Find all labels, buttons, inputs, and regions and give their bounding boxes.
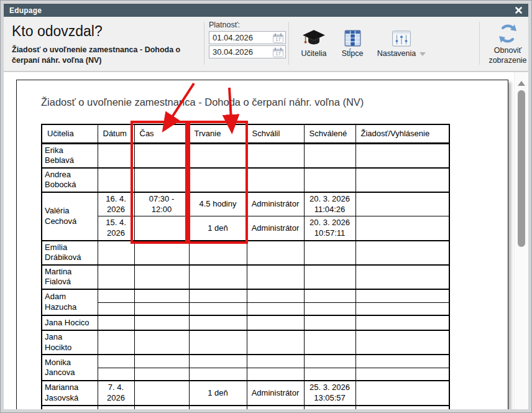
cell-datum <box>98 143 134 168</box>
cell-cas <box>134 265 189 289</box>
cell-trvanie <box>189 368 247 381</box>
teacher-name-cell: Marianna Jasovská <box>42 381 98 405</box>
settings-button-label: Nastavenia <box>377 49 416 58</box>
table-row: Marianna Jasovská7. 4. 20261 deňAdminist… <box>42 381 449 405</box>
date-to-value: 30.04.2026 <box>213 47 253 57</box>
cell-cas <box>134 168 189 192</box>
cell-cas: 07:30 - 12:00 <box>134 192 189 216</box>
cell-trvanie <box>189 355 247 368</box>
column-header: Trvanie <box>189 124 247 143</box>
cell-schvalene: 25. 3. 2026 13:05:57 <box>304 381 355 405</box>
cell-schvalil <box>247 241 304 265</box>
cell-ziadost <box>355 381 449 405</box>
refresh-view-label: Obnoviť zobrazenie <box>485 46 531 65</box>
cell-ziadost <box>355 216 449 241</box>
divider <box>204 22 204 65</box>
window-title: Edupage <box>9 6 42 15</box>
vertical-scrollbar[interactable] <box>514 72 528 409</box>
cell-schvalene: 20. 3. 2026 10:57:11 <box>304 216 355 241</box>
cell-schvalil <box>247 330 304 355</box>
table-header-row: UčiteliaDátumČasTrvanieSchválilSchválené… <box>42 124 449 143</box>
column-header: Učitelia <box>42 124 98 143</box>
cell-ziadost <box>355 265 449 289</box>
refresh-view-button[interactable]: Obnoviť zobrazenie <box>485 21 531 65</box>
cell-cas <box>134 241 189 265</box>
teacher-name-cell: Jana Hocico <box>42 315 98 330</box>
cell-cas <box>134 289 189 302</box>
cell-datum <box>98 330 134 355</box>
columns-button[interactable]: Stĺpce <box>334 24 370 58</box>
date-from-input[interactable]: 01.04.2026 17 <box>209 31 286 44</box>
cell-cas <box>134 406 189 410</box>
cell-trvanie <box>189 289 247 302</box>
cell-datum <box>98 315 134 330</box>
calendar-icon[interactable]: 17 <box>273 33 283 43</box>
cell-datum <box>98 302 134 315</box>
graduation-cap-icon <box>302 29 326 47</box>
cell-cas <box>134 216 189 241</box>
cell-schvalene <box>304 355 355 368</box>
settings-button[interactable]: Nastavenia <box>373 24 430 58</box>
date-to-input[interactable]: 30.04.2026 17 <box>209 45 286 58</box>
preview-area: Žiadosť o uvoľnenie zamestnanca - Dohoda… <box>4 72 528 409</box>
cell-trvanie: 1 deň <box>189 216 247 241</box>
cell-datum: 15. 4. 2026 <box>98 216 134 241</box>
preview-table: UčiteliaDátumČasTrvanieSchválilSchválené… <box>41 124 450 409</box>
cell-schvalene <box>304 315 355 330</box>
cell-cas <box>134 330 189 355</box>
cell-ziadost <box>355 368 449 381</box>
cell-datum <box>98 406 134 410</box>
cell-ziadost <box>355 355 449 368</box>
cell-trvanie: 4.5 hodiny <box>189 192 247 216</box>
cell-schvalil: Administrátor <box>247 381 304 405</box>
columns-button-label: Stĺpce <box>334 49 370 58</box>
table-row <box>42 368 449 381</box>
cell-trvanie <box>189 168 247 192</box>
cell-datum: 7. 4. 2026 <box>98 381 134 405</box>
cell-ziadost <box>355 192 449 216</box>
title-bar: Edupage <box>4 4 528 17</box>
svg-text:17: 17 <box>275 51 280 57</box>
cell-datum <box>98 265 134 289</box>
page-subtitle: Žiadosť o uvoľnenie zamestnanca - Dohoda… <box>12 45 201 65</box>
validity-label: Platnosť: <box>209 21 287 29</box>
column-header: Schválené <box>304 124 355 143</box>
refresh-icon <box>497 22 519 45</box>
cell-schvalil: Administrátor <box>247 192 304 216</box>
calendar-icon[interactable]: 17 <box>273 47 283 57</box>
table-row: Veronika <box>42 406 449 410</box>
page-title: Kto odovzdal? <box>12 23 201 40</box>
cell-schvalene <box>304 330 355 355</box>
cell-trvanie <box>189 406 247 410</box>
cell-schvalene <box>304 368 355 381</box>
cell-ziadost <box>355 315 449 330</box>
cell-schvalil <box>247 265 304 289</box>
table-row: Jana Hocikto <box>42 330 449 355</box>
cell-schvalene <box>304 302 355 315</box>
teacher-name-cell: Monika Jancova <box>42 355 98 381</box>
cell-ziadost <box>355 143 449 168</box>
cell-cas <box>134 368 189 381</box>
cell-trvanie <box>189 330 247 355</box>
table-row: 15. 4. 20261 deňAdministrátor20. 3. 2026… <box>42 216 449 241</box>
cell-schvalil <box>247 289 304 302</box>
teacher-name-cell: Erika Beblavá <box>42 143 98 168</box>
cell-datum <box>98 289 134 302</box>
table-row: Erika Beblavá <box>42 143 449 168</box>
cell-ziadost <box>355 241 449 265</box>
cell-schvalene: 20. 3. 2026 11:04:26 <box>304 192 355 216</box>
column-header: Žiadosť/Vyhlásenie <box>355 124 449 143</box>
close-button[interactable] <box>514 6 523 15</box>
divider <box>479 22 480 65</box>
teacher-name-cell: Adam Hazucha <box>42 289 98 315</box>
table-row <box>42 302 449 315</box>
teachers-button[interactable]: Učitelia <box>293 24 334 58</box>
validity-section: Platnosť: 01.04.2026 17 30.04.2026 <box>209 21 287 60</box>
teacher-name-cell: Emília Drábiková <box>42 241 98 265</box>
cell-schvalil <box>247 315 304 330</box>
cell-trvanie <box>189 315 247 330</box>
teacher-name-cell: Valéria Cechová <box>42 192 98 241</box>
cell-schvalil <box>247 355 304 368</box>
scrollbar-thumb[interactable] <box>518 90 525 247</box>
scroll-up-arrow-icon[interactable] <box>518 81 525 86</box>
